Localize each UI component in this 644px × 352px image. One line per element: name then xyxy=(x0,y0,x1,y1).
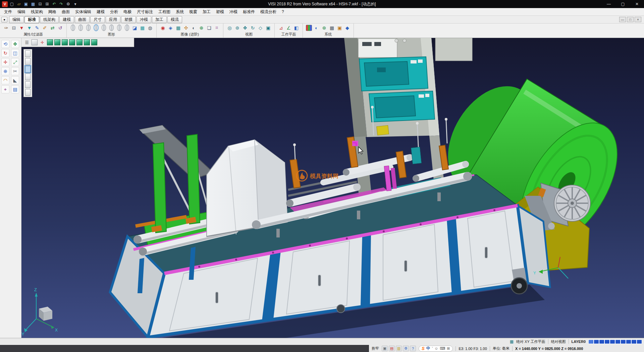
layer-swatch-10[interactable] xyxy=(637,340,642,344)
mirror-icon[interactable]: ◫ xyxy=(11,49,19,57)
dynamic-section-icon[interactable]: ◪ xyxy=(131,24,139,32)
menu-item-3[interactable]: 线架构 xyxy=(28,8,46,15)
offset-icon[interactable]: ⊕ xyxy=(1,67,9,75)
snap-label[interactable]: 拴牢 xyxy=(372,346,379,351)
options-icon[interactable]: ▣ xyxy=(336,24,343,32)
minimize-button[interactable]: — xyxy=(602,0,616,8)
command-strip[interactable] xyxy=(0,345,369,352)
shadow-icon[interactable]: ◐ xyxy=(190,24,198,32)
workplane-label[interactable]: 绝对 XY 工作平面 xyxy=(516,339,545,344)
texture-icon[interactable]: ▦ xyxy=(174,24,182,32)
redo-icon[interactable]: ↷ xyxy=(58,1,64,7)
back-view-icon[interactable] xyxy=(62,39,68,45)
menu-item-15[interactable]: 塑模 xyxy=(213,8,227,15)
shaded-display-icon[interactable] xyxy=(86,25,91,31)
attribute-stamp-icon[interactable]: ✑ xyxy=(2,24,10,32)
palette-status-icon[interactable]: ▥ xyxy=(396,346,402,351)
attribute-printer-icon[interactable]: ⊟ xyxy=(10,24,18,32)
menu-item-5[interactable]: 曲面 xyxy=(59,8,72,15)
zoom-window-icon[interactable]: ◎ xyxy=(226,24,233,32)
wireframe-display-icon[interactable] xyxy=(71,25,75,31)
tab-dimension[interactable]: 尺寸 xyxy=(90,16,105,23)
plot-icon[interactable]: ⊞ xyxy=(44,1,50,7)
top-view-icon[interactable] xyxy=(84,39,90,45)
help-status-icon[interactable]: ? xyxy=(410,346,416,351)
menu-item-4[interactable]: 网格 xyxy=(46,8,59,15)
tab-flow[interactable]: 模流 xyxy=(167,16,182,23)
menu-item-18[interactable]: 模流分析 xyxy=(258,8,279,15)
menu-item-10[interactable]: 尺寸标注 xyxy=(134,8,156,15)
material-icon[interactable]: ◈ xyxy=(167,24,174,32)
snapshot-icon[interactable]: ❏ xyxy=(205,24,213,32)
iso-view-icon[interactable] xyxy=(47,39,53,45)
menu-item-8[interactable]: 分析 xyxy=(107,8,121,15)
front-view-icon[interactable] xyxy=(54,39,60,45)
layer-swatch-8[interactable] xyxy=(626,340,631,344)
layer-label[interactable]: LAYER0 xyxy=(572,340,586,344)
shaded-edges-display-icon[interactable] xyxy=(94,25,98,31)
open-file-icon[interactable]: ▱ xyxy=(16,1,22,7)
tab-machining[interactable]: 加工 xyxy=(152,16,167,23)
swap-filter-icon[interactable]: ⇄ xyxy=(49,24,56,32)
ime-language-toggle[interactable]: 中 xyxy=(426,346,430,351)
tab-standard[interactable]: 标准 xyxy=(24,16,39,23)
view-menu-icon[interactable]: ☰ xyxy=(23,39,30,46)
menu-item-9[interactable]: 电极 xyxy=(121,8,134,15)
menu-item-11[interactable]: 工程图 xyxy=(156,8,173,15)
ime-tool-2[interactable]: ☺ xyxy=(434,346,438,351)
tab-dropdown-button[interactable]: ▾ xyxy=(1,17,7,23)
display-options-icon[interactable]: ▦ xyxy=(139,24,146,32)
layer-swatch-5[interactable] xyxy=(610,340,615,344)
undo-icon[interactable]: ↶ xyxy=(51,1,57,7)
chamfer-icon[interactable]: ◣ xyxy=(11,76,19,84)
trim-icon[interactable]: ✂ xyxy=(11,67,19,75)
layer-swatch-3[interactable] xyxy=(599,340,604,344)
filter-teal-icon[interactable]: ▼ xyxy=(25,24,33,32)
layers-icon[interactable]: ▤ xyxy=(11,85,19,93)
print-icon[interactable]: ⊟ xyxy=(37,1,43,7)
view-manager-icon[interactable]: ▣ xyxy=(264,24,272,32)
ime-logo[interactable]: S xyxy=(422,346,425,351)
clipboard-list-icon[interactable] xyxy=(25,58,31,65)
fillet-icon[interactable]: ◠ xyxy=(1,76,9,84)
viewport-canvas[interactable]: 模具资料网 Z Y X Y xyxy=(21,38,644,338)
save-all-icon[interactable]: ▦ xyxy=(30,1,36,7)
tab-surface[interactable]: 曲面 xyxy=(75,16,90,23)
menu-item-19[interactable]: ? xyxy=(279,9,287,15)
log-status-icon[interactable]: ▤ xyxy=(389,346,395,351)
measure-icon[interactable]: ⌖ xyxy=(1,85,9,93)
menu-item-13[interactable]: 视窗 xyxy=(186,8,200,15)
settings-icon[interactable]: ⚙ xyxy=(65,1,71,7)
lock-status-icon[interactable]: ▣ xyxy=(382,346,388,351)
layer-swatch-4[interactable] xyxy=(604,340,610,344)
render-options-icon[interactable]: ◍ xyxy=(146,24,154,32)
menu-item-1[interactable]: 文件 xyxy=(1,8,15,15)
viewport[interactable]: 模具资料网 Z Y X Y xyxy=(21,38,644,338)
section-display-icon[interactable] xyxy=(109,25,114,31)
layer-swatch-9[interactable] xyxy=(631,340,637,344)
workplane-free-icon[interactable]: ◧ xyxy=(292,24,300,32)
workspace-icon[interactable]: ◆ xyxy=(343,24,351,32)
bottom-view-icon[interactable] xyxy=(91,39,97,45)
layer-swatch-7[interactable] xyxy=(621,340,626,344)
pan-view-icon[interactable]: ✥ xyxy=(241,24,249,32)
tab-application[interactable]: 应用 xyxy=(106,16,120,23)
ime-tool-1[interactable]: ’ xyxy=(432,346,433,351)
clipboard-paste-icon[interactable] xyxy=(25,81,31,88)
delete-icon[interactable]: ✛ xyxy=(1,58,9,66)
filter-red-icon[interactable]: ▼ xyxy=(18,24,25,32)
menu-item-2[interactable]: 编辑 xyxy=(15,8,28,15)
menu-item-6[interactable]: 实体编辑 xyxy=(72,8,94,15)
new-file-icon[interactable]: ▢ xyxy=(9,1,15,7)
tab-stamping[interactable]: 冲模 xyxy=(137,16,151,23)
stretch-icon[interactable]: ⤢ xyxy=(11,58,19,66)
color-palette-icon[interactable] xyxy=(306,25,312,31)
rotate-icon[interactable]: ↻ xyxy=(1,49,9,57)
workplane-entity-icon[interactable]: ∠ xyxy=(285,24,292,32)
shaded-cube-icon[interactable] xyxy=(32,39,38,45)
rotate-view-icon[interactable]: ↻ xyxy=(249,24,257,32)
render-scene-icon[interactable]: ◉ xyxy=(159,24,167,32)
previous-view-icon[interactable]: ◇ xyxy=(257,24,264,32)
edit-attributes-icon[interactable]: ✎ xyxy=(33,24,41,32)
clipboard-clear-icon[interactable] xyxy=(25,89,31,96)
